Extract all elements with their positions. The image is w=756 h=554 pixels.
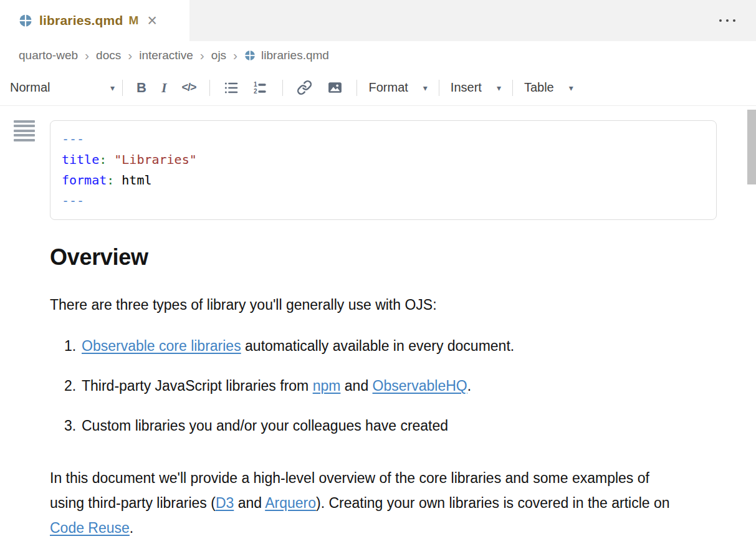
breadcrumb-item-file[interactable]: libraries.qmd [244, 49, 329, 62]
link-icon [297, 80, 312, 95]
link-d3[interactable]: D3 [216, 495, 234, 511]
chevron-down-icon: ▾ [569, 83, 573, 93]
numbered-list-button[interactable]: 1 2 [246, 77, 276, 99]
table-menu[interactable]: Table ▾ [519, 78, 578, 97]
modified-badge: M [128, 14, 138, 27]
chevron-down-icon: ▾ [497, 83, 501, 93]
list-number: 1. [64, 338, 82, 355]
link-observable-core-libraries[interactable]: Observable core libraries [82, 338, 241, 354]
breadcrumb-item-docs[interactable]: docs [96, 49, 121, 62]
scrollbar-thumb[interactable] [747, 110, 756, 184]
toolbar-divider [122, 80, 123, 96]
link-code-reuse[interactable]: Code Reuse [50, 520, 130, 536]
list-item: 3. Custom libraries you and/or your coll… [64, 418, 514, 434]
scrollbar-track[interactable] [747, 106, 756, 554]
breadcrumb-item-interactive[interactable]: interactive [139, 49, 193, 62]
link-arquero[interactable]: Arquero [265, 495, 316, 511]
close-icon[interactable]: × [147, 14, 157, 27]
chevron-down-icon: ▾ [423, 83, 428, 93]
list-item-text: Custom libraries you and/or your colleag… [82, 418, 448, 434]
insert-image-button[interactable] [320, 76, 350, 99]
svg-text:2: 2 [254, 88, 257, 95]
list-number: 3. [64, 418, 82, 434]
yaml-delimiter-line: --- [62, 129, 705, 150]
italic-button[interactable]: I [154, 76, 175, 100]
breadcrumb-item-ojs[interactable]: ojs [211, 49, 226, 62]
list-item-text: Observable core libraries automatically … [82, 338, 514, 355]
tab-title: libraries.qmd [39, 13, 123, 28]
format-menu-label: Format [368, 80, 408, 95]
breadcrumb-separator: › [128, 48, 132, 63]
paragraph-style-value: Normal [10, 80, 50, 95]
insert-link-button[interactable] [289, 76, 320, 99]
insert-menu-label: Insert [451, 80, 482, 95]
bold-button[interactable]: B [129, 76, 154, 100]
chevron-down-icon: ▾ [110, 83, 115, 93]
toolbar-divider [439, 80, 439, 96]
format-menu[interactable]: Format ▾ [363, 78, 432, 97]
breadcrumb-item-quarto-web[interactable]: quarto-web [19, 49, 78, 62]
bullet-list-button[interactable] [216, 77, 246, 99]
insert-menu[interactable]: Insert ▾ [446, 78, 506, 97]
toolbar-divider [282, 80, 283, 96]
breadcrumb: quarto-web › docs › interactive › ojs › … [0, 41, 756, 70]
block-drag-handle-icon[interactable] [14, 120, 35, 143]
list-item: 1. Observable core libraries automatical… [64, 338, 514, 355]
svg-text:1: 1 [254, 81, 257, 88]
tab-libraries-qmd[interactable]: libraries.qmd M × [0, 0, 189, 41]
link-npm[interactable]: npm [313, 378, 341, 394]
quarto-icon [244, 50, 256, 61]
breadcrumb-file-label: libraries.qmd [261, 49, 329, 62]
more-actions-icon[interactable] [716, 16, 739, 25]
toolbar-divider [209, 80, 210, 96]
numbered-list-icon: 1 2 [254, 80, 269, 95]
link-observablehq[interactable]: ObservableHQ [373, 378, 467, 394]
yaml-format-line: format:html [62, 170, 705, 191]
table-menu-label: Table [524, 80, 554, 95]
ordered-list: 1. Observable core libraries automatical… [64, 338, 514, 457]
yaml-delimiter-line: --- [62, 191, 705, 211]
quarto-icon [19, 14, 32, 27]
list-number: 2. [64, 378, 82, 394]
yaml-metadata-block[interactable]: --- title:"Libraries" format:html --- [50, 120, 717, 220]
breadcrumb-separator: › [200, 48, 204, 63]
image-icon [327, 80, 343, 95]
editor-surface[interactable]: --- title:"Libraries" format:html --- Ov… [0, 106, 756, 554]
closing-paragraph: In this document we'll provide a high-le… [50, 466, 681, 540]
page-title: Overview [50, 244, 148, 270]
yaml-title-line: title:"Libraries" [62, 150, 705, 170]
bullet-list-icon [224, 80, 239, 95]
toolbar-divider [356, 80, 357, 96]
breadcrumb-separator: › [233, 48, 237, 63]
list-item: 2. Third-party JavaScript libraries from… [64, 378, 514, 394]
intro-paragraph: There are three types of library you'll … [50, 297, 437, 313]
code-button[interactable]: </> [174, 77, 203, 98]
toolbar-divider [512, 80, 513, 96]
editor-toolbar: Normal ▾ B I </> 1 2 [0, 70, 756, 106]
paragraph-style-dropdown[interactable]: Normal ▾ [9, 78, 116, 97]
tab-bar: libraries.qmd M × [0, 0, 756, 41]
breadcrumb-separator: › [85, 48, 89, 63]
list-item-text: Third-party JavaScript libraries from np… [82, 378, 471, 394]
